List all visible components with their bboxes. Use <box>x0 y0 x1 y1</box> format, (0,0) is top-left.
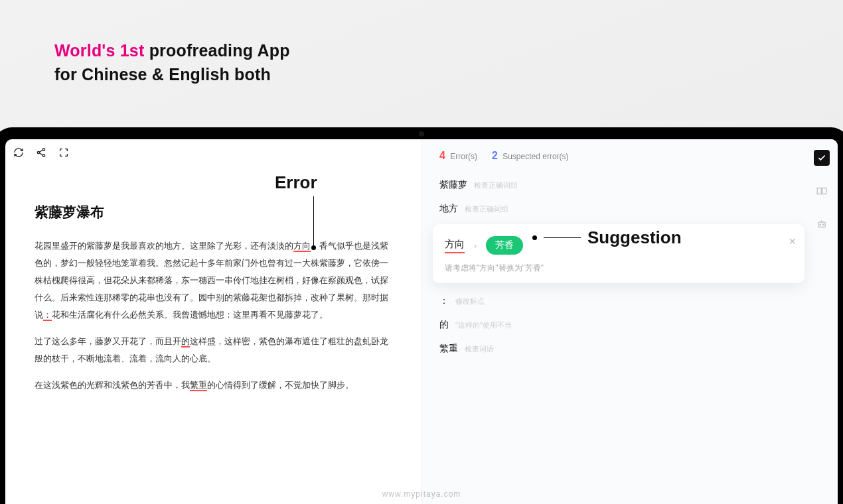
document-title: 紫藤萝瀑布 <box>35 203 392 221</box>
error-item-word: ： <box>439 295 449 307</box>
compare-view-icon[interactable] <box>814 183 830 199</box>
suggestions-panel: 4 Error(s) 2 Suspected error(s) 紫藤萝 检查正确… <box>422 139 838 504</box>
headline-rest1: proofreading App <box>145 41 290 60</box>
headline-rest2: for Chinese & English both <box>54 65 271 84</box>
p1-text-a: 花园里盛开的紫藤萝是我最喜欢的地方。这里除了光彩，还有淡淡的 <box>35 241 293 251</box>
error-item-word: 紫藤萝 <box>439 179 467 191</box>
app-screen: Error 紫藤萝瀑布 花园里盛开的紫藤萝是我最喜欢的地方。这里除了光彩，还有淡… <box>5 139 838 504</box>
close-icon[interactable]: ✕ <box>789 236 797 247</box>
headline-accent: World's 1st <box>54 41 145 60</box>
error-item-5[interactable]: 繁重 检查词语 <box>439 338 798 361</box>
svg-rect-5 <box>817 188 821 194</box>
active-suggestion-desc: 请考虑将"方向"替换为"芳香" <box>445 263 793 274</box>
svg-point-2 <box>42 155 44 157</box>
error-underline-colon[interactable]: ： <box>43 310 52 321</box>
error-item-word: 的 <box>439 319 449 331</box>
suspected-count: 2 <box>492 150 498 161</box>
watermark: www.mypitaya.com <box>0 489 843 499</box>
marketing-headline: World's 1st proofreading App for Chinese… <box>54 38 290 87</box>
svg-line-4 <box>39 153 42 155</box>
p3-text-b: 的心情得到了缓解，不觉加快了脚步。 <box>207 380 354 390</box>
error-item-hint: "这样的"使用不当 <box>455 320 512 330</box>
error-item-0[interactable]: 紫藤萝 检查正确词组 <box>439 174 798 198</box>
svg-point-8 <box>820 224 821 225</box>
share-icon[interactable] <box>36 147 46 158</box>
camera-notch <box>419 131 424 137</box>
suggestion-pill[interactable]: 芳香 <box>486 236 523 255</box>
svg-point-0 <box>42 149 44 151</box>
svg-rect-6 <box>822 188 826 194</box>
svg-point-9 <box>823 224 824 225</box>
error-underline-fanzhong[interactable]: 繁重 <box>190 380 207 391</box>
callout-suggestion: Suggestion <box>532 227 682 248</box>
check-view-icon[interactable] <box>814 150 830 166</box>
panel-side-tools <box>814 150 830 232</box>
paragraph-1: 花园里盛开的紫藤萝是我最喜欢的地方。这里除了光彩，还有淡淡的方向，香气似乎也是浅… <box>35 237 392 324</box>
error-count-label: Error(s) <box>450 152 477 161</box>
error-item-hint: 检查正确词组 <box>474 180 518 190</box>
error-item-hint: 检查词语 <box>465 344 494 354</box>
robot-view-icon[interactable] <box>814 216 830 232</box>
editor-pane[interactable]: 紫藤萝瀑布 花园里盛开的紫藤萝是我最喜欢的地方。这里除了光彩，还有淡淡的方向，香… <box>5 139 422 504</box>
fullscreen-icon[interactable] <box>58 147 69 158</box>
laptop-frame: Error 紫藤萝瀑布 花园里盛开的紫藤萝是我最喜欢的地方。这里除了光彩，还有淡… <box>0 127 843 504</box>
p3-text-a: 在这浅紫色的光辉和浅紫色的芳香中，我 <box>35 380 190 390</box>
callout-suggestion-dot <box>532 235 537 240</box>
error-item-word: 繁重 <box>439 343 458 355</box>
active-error-word: 方向 <box>445 238 465 253</box>
suspected-count-label: Suspected error(s) <box>502 152 568 161</box>
error-item-word: 地方 <box>439 203 458 215</box>
error-item-3[interactable]: ： 修改标点 <box>439 290 798 314</box>
p1-text-c: 花和生活腐化有什么必然关系。我曾遗憾地想：这里再看不见藤萝花了。 <box>52 310 328 320</box>
active-suggestion-card: 方向 › 芳香 ✕ 请考虑将"方向"替换为"芳香" Suggestion <box>433 224 805 283</box>
paragraph-2: 过了这么多年，藤萝又开花了，而且开的这样盛，这样密，紫色的瀑布遮住了粗壮的盘虬卧… <box>35 333 392 367</box>
error-underline-de[interactable]: 的 <box>181 336 190 347</box>
p1-text-b: ，香气似乎也是浅紫色的，梦幻一般轻轻地笼罩着我。忽然记起十多年前家门外也曾有过一… <box>35 241 388 320</box>
p2-text-a: 过了这么多年，藤萝又开花了，而且开 <box>35 336 181 346</box>
callout-suggestion-label: Suggestion <box>587 227 682 248</box>
refresh-icon[interactable] <box>13 147 24 158</box>
paragraph-3: 在这浅紫色的光辉和浅紫色的芳香中，我繁重的心情得到了缓解，不觉加快了脚步。 <box>35 377 392 394</box>
svg-point-1 <box>37 151 39 153</box>
svg-line-3 <box>39 150 42 152</box>
suspected-count-group[interactable]: 2 Suspected error(s) <box>492 150 569 162</box>
error-count: 4 <box>439 150 445 161</box>
error-item-hint: 检查正确词组 <box>465 204 508 214</box>
error-item-4[interactable]: 的 "这样的"使用不当 <box>439 314 798 338</box>
top-toolbar <box>13 147 69 158</box>
error-underline-fangxiang[interactable]: 方向 <box>293 241 311 252</box>
error-item-hint: 修改标点 <box>455 296 485 306</box>
error-item-1[interactable]: 地方 检查正确词组 <box>439 198 798 221</box>
chevron-right-icon: › <box>474 241 477 251</box>
callout-suggestion-line <box>544 237 581 238</box>
panel-header: 4 Error(s) 2 Suspected error(s) <box>439 150 798 162</box>
error-count-group[interactable]: 4 Error(s) <box>439 150 477 162</box>
